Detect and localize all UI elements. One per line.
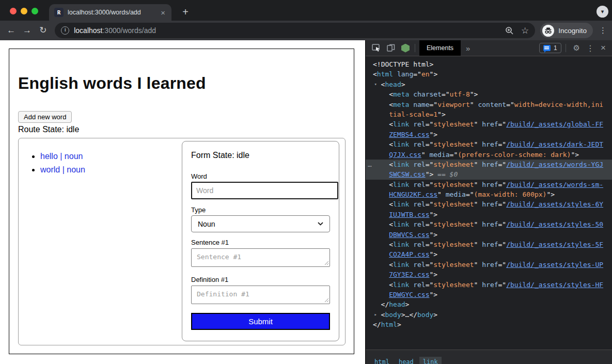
address-bar[interactable]: i localhost:3000/words/add ☆ bbox=[55, 23, 535, 38]
code-token-ln[interactable]: 7GY3E2.css bbox=[389, 271, 429, 278]
chrome-menu-icon[interactable]: ⋮ bbox=[599, 26, 607, 35]
code-line[interactable]: <link rel="stylesheet" href="/build/_ass… bbox=[366, 260, 612, 270]
code-line[interactable]: <link rel="stylesheet" href="/build/_ass… bbox=[366, 219, 612, 229]
submit-button[interactable]: Submit bbox=[191, 313, 330, 330]
maximize-window-button[interactable] bbox=[32, 8, 38, 14]
code-token-ln[interactable]: /build/_assets/styles-5F bbox=[506, 241, 603, 248]
code-line[interactable]: EDWGYC.css"> bbox=[366, 290, 612, 299]
code-line[interactable]: <link rel="stylesheet" href="/build/_ass… bbox=[366, 119, 612, 129]
code-line[interactable]: <meta charset="utf-8"> bbox=[366, 89, 612, 99]
code-token-ln[interactable]: /build/_assets/styles-50 bbox=[506, 220, 603, 228]
code-line[interactable]: <link rel="stylesheet" href="/build/_ass… bbox=[366, 240, 612, 249]
code-token-ln[interactable]: CO2A4P.css bbox=[389, 250, 429, 258]
code-token-tag: body bbox=[417, 311, 433, 319]
code-token-ln[interactable]: ZEMBS4.css bbox=[389, 131, 429, 138]
code-token-ln[interactable]: EDWGYC.css bbox=[389, 291, 429, 298]
inspect-element-icon[interactable] bbox=[372, 44, 381, 52]
minimize-window-button[interactable] bbox=[21, 8, 27, 14]
window-controls bbox=[10, 8, 38, 14]
type-select[interactable]: Noun bbox=[191, 215, 330, 232]
collapsed-arrow-icon[interactable]: ▸ bbox=[374, 310, 377, 320]
code-token-tag: link bbox=[393, 220, 409, 228]
zoom-icon[interactable] bbox=[505, 26, 514, 35]
browser-tab[interactable]: R localhost:3000/words/add × bbox=[49, 4, 171, 21]
breadcrumb-link[interactable]: link bbox=[419, 357, 442, 364]
devtools-close-icon[interactable]: × bbox=[601, 43, 606, 53]
code-line[interactable]: <link rel="stylesheet" href="/build/_ass… bbox=[366, 180, 612, 189]
code-line[interactable]: tial-scale=1"> bbox=[366, 109, 612, 119]
definition-textarea[interactable] bbox=[191, 286, 330, 304]
code-token-pu: =" bbox=[498, 281, 507, 289]
code-token-ln[interactable]: /build/_assets/styles-UP bbox=[506, 261, 603, 268]
reload-icon[interactable]: ↻ bbox=[37, 24, 49, 37]
code-token-ln[interactable]: /build/_assets/styles-6Y bbox=[506, 200, 603, 208]
code-token-ln[interactable]: HCNGU2KF.css bbox=[389, 191, 437, 198]
close-window-button[interactable] bbox=[10, 8, 17, 14]
code-token-at: rel bbox=[413, 241, 425, 248]
code-line[interactable]: IUJWTB.css"> bbox=[366, 210, 612, 219]
tab-elements[interactable]: Elements bbox=[419, 40, 461, 56]
code-token-av: stylesheet bbox=[433, 220, 474, 228]
code-token-meta: == $0 bbox=[433, 170, 458, 178]
code-line[interactable]: <html lang="en"> bbox=[366, 69, 612, 79]
code-line[interactable]: <link rel="stylesheet" href="/build/_ass… bbox=[366, 280, 612, 290]
code-line[interactable]: </html> bbox=[366, 320, 612, 329]
code-token-ln[interactable]: /build/_assets/words-YGJ bbox=[506, 161, 603, 168]
code-token-pu: " bbox=[437, 191, 446, 198]
code-token-pu: "> bbox=[470, 90, 478, 98]
resize-grip-icon[interactable] bbox=[324, 261, 329, 265]
code-token-ln[interactable]: /build/_assets/styles-HF bbox=[506, 281, 603, 289]
node-hexagon-icon[interactable] bbox=[401, 44, 410, 53]
code-line[interactable]: <meta name="viewport" content="width=dev… bbox=[366, 100, 612, 109]
breadcrumb-head[interactable]: head bbox=[395, 357, 417, 364]
code-line[interactable]: 7GY3E2.css"> bbox=[366, 270, 612, 279]
gutter-ellipsis-icon[interactable]: … bbox=[368, 160, 372, 169]
code-line[interactable]: <!DOCTYPE html> bbox=[366, 59, 612, 69]
expanded-arrow-icon[interactable]: ▾ bbox=[374, 80, 377, 89]
resize-grip-icon[interactable] bbox=[324, 298, 329, 303]
code-token-ln[interactable]: IUJWTB.css bbox=[389, 211, 429, 218]
new-tab-button[interactable]: + bbox=[179, 6, 192, 19]
word-link[interactable]: hello | noun bbox=[40, 152, 83, 161]
app-container: English words I learned Add new word Rou… bbox=[9, 49, 354, 354]
code-line[interactable]: DBWVCS.css"> bbox=[366, 230, 612, 240]
tab-close-icon[interactable]: × bbox=[160, 9, 166, 17]
more-tabs-icon[interactable]: » bbox=[466, 44, 470, 53]
code-line[interactable]: …<link rel="stylesheet" href="/build/_as… bbox=[366, 160, 612, 169]
profile-chevron-icon[interactable]: ▾ bbox=[597, 6, 608, 18]
add-new-word-button[interactable]: Add new word bbox=[18, 111, 72, 123]
device-toolbar-icon[interactable] bbox=[387, 44, 395, 52]
code-token-ln[interactable]: Q7JX.css bbox=[389, 151, 421, 159]
code-line[interactable]: <link rel="stylesheet" href="/build/_ass… bbox=[366, 199, 612, 209]
code-line[interactable]: HCNGU2KF.css" media="(max-width: 600px)"… bbox=[366, 189, 612, 199]
code-line[interactable]: CO2A4P.css"> bbox=[366, 249, 612, 259]
code-token-ln[interactable]: SWCSW.css bbox=[389, 170, 425, 178]
code-token-ln[interactable]: DBWVCS.css bbox=[389, 231, 429, 239]
code-token-ln[interactable]: /build/_assets/global-FF bbox=[506, 120, 603, 128]
code-line[interactable]: Q7JX.css" media="(prefers-color-scheme: … bbox=[366, 150, 612, 160]
site-info-icon[interactable]: i bbox=[61, 26, 69, 35]
code-token-ln[interactable]: /build/_assets/words-sm- bbox=[506, 181, 603, 188]
code-token-pu: =" bbox=[450, 151, 458, 159]
code-line[interactable]: ▸<body>…</body> bbox=[366, 310, 612, 320]
word-input[interactable] bbox=[191, 182, 338, 199]
code-line[interactable]: ▾<head> bbox=[366, 80, 612, 89]
code-token-ln[interactable]: /build/_assets/dark-JEDT bbox=[506, 140, 603, 148]
breadcrumb-html[interactable]: html bbox=[371, 357, 393, 364]
code-line[interactable]: </head> bbox=[366, 299, 612, 309]
code-token-pu: " bbox=[474, 181, 482, 188]
code-token-at: name bbox=[413, 101, 429, 108]
settings-gear-icon[interactable]: ⚙ bbox=[573, 43, 580, 53]
code-token-pu bbox=[409, 120, 413, 128]
sentence-textarea[interactable] bbox=[191, 248, 330, 267]
word-link[interactable]: world | noun bbox=[40, 165, 85, 174]
code-token-pu: < bbox=[373, 70, 377, 78]
bookmark-star-icon[interactable]: ☆ bbox=[521, 26, 529, 35]
code-line[interactable]: SWCSW.css"> == $0 bbox=[366, 169, 612, 179]
code-line[interactable]: ZEMBS4.css"> bbox=[366, 130, 612, 139]
code-line[interactable]: <link rel="stylesheet" href="/build/_ass… bbox=[366, 139, 612, 149]
issues-counter[interactable]: 1 bbox=[539, 43, 561, 53]
back-icon[interactable]: ← bbox=[5, 24, 18, 37]
forward-icon[interactable]: → bbox=[21, 24, 34, 37]
devtools-menu-icon[interactable]: ⋮ bbox=[586, 43, 594, 53]
